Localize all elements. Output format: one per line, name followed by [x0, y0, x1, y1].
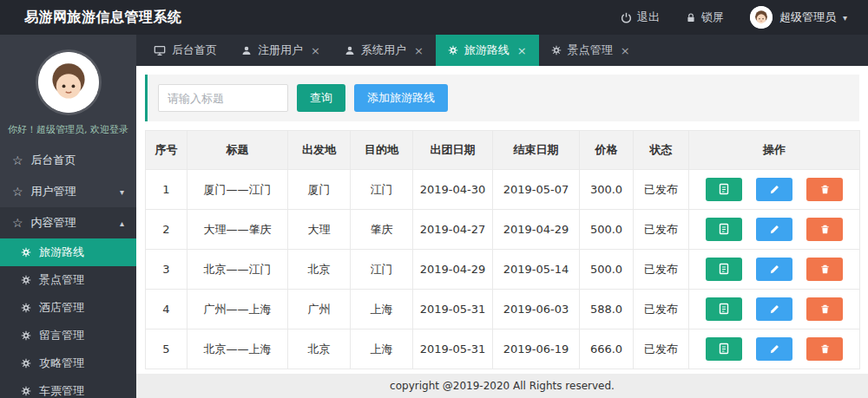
edit-button[interactable] — [756, 258, 792, 281]
delete-button[interactable] — [806, 218, 843, 241]
cell-status: 已发布 — [634, 210, 689, 250]
cell-actions — [689, 170, 860, 210]
sidebar-item-label: 后台首页 — [31, 153, 76, 168]
delete-button[interactable] — [806, 337, 843, 361]
chevron-down-icon: ▾ — [843, 13, 847, 23]
document-icon — [718, 303, 730, 315]
search-toolbar: 查询 添加旅游路线 — [145, 75, 859, 121]
cell-end-date: 2019-05-14 — [493, 250, 580, 290]
edit-button[interactable] — [756, 218, 792, 241]
close-icon[interactable]: × — [621, 44, 630, 57]
cell-from: 北京 — [288, 329, 351, 369]
sidebar-item-hotels[interactable]: 酒店管理 — [0, 294, 136, 322]
sidebar-avatar — [38, 52, 99, 113]
sidebar-item-attractions[interactable]: 景点管理 — [0, 266, 136, 294]
cell-to: 江门 — [351, 170, 413, 210]
edit-button[interactable] — [756, 297, 792, 321]
copyright-text: copyright @2019-2020 All Rights reserved… — [390, 380, 615, 392]
star-icon: ☆ — [12, 216, 23, 230]
cell-end-date: 2019-04-29 — [493, 210, 580, 250]
add-route-button[interactable]: 添加旅游路线 — [354, 84, 448, 112]
document-icon — [718, 343, 730, 355]
gear-icon — [21, 386, 31, 396]
sidebar-item-label: 景点管理 — [39, 272, 84, 288]
cell-from: 大理 — [288, 210, 351, 250]
sidebar-item-messages[interactable]: 留言管理 — [0, 322, 136, 349]
delete-button[interactable] — [806, 297, 843, 321]
user-icon — [345, 45, 355, 56]
cell-actions — [689, 329, 860, 369]
cell-title: 广州——上海 — [187, 290, 288, 329]
pencil-icon — [769, 184, 780, 195]
view-button[interactable] — [706, 337, 742, 361]
table-row: 3 北京——江门 北京 江门 2019-04-29 2019-05-14 500… — [146, 250, 860, 290]
tab-home[interactable]: 后台首页 — [141, 35, 229, 66]
top-actions: 退出 锁屏 超级管理员 ▾ — [621, 6, 847, 29]
cell-to: 肇庆 — [351, 210, 413, 250]
gear-icon — [21, 303, 31, 313]
sidebar-item-guides[interactable]: 攻略管理 — [0, 349, 136, 377]
gear-icon — [21, 358, 31, 369]
pencil-icon — [769, 264, 780, 275]
chevron-down-icon: ▾ — [120, 187, 124, 197]
search-input[interactable] — [158, 84, 288, 112]
cell-price: 500.0 — [580, 250, 634, 290]
sidebar-greeting: 你好！超级管理员, 欢迎登录 — [3, 123, 133, 136]
cell-start-date: 2019-05-31 — [413, 329, 493, 369]
star-icon: ☆ — [12, 185, 23, 199]
sidebar-menu: ☆ 后台首页 ☆ 用户管理 ▾ ☆ 内容管理 ▴ 旅游路线 景点管 — [0, 145, 136, 398]
cell-title: 厦门——江门 — [187, 170, 288, 210]
trash-icon — [819, 343, 831, 355]
close-icon[interactable]: × — [414, 44, 424, 57]
column-header: 标题 — [187, 131, 288, 170]
delete-button[interactable] — [806, 178, 843, 201]
top-bar: 易游网旅游信息管理系统 退出 锁屏 超级管理员 ▾ — [0, 0, 868, 35]
column-header: 价格 — [580, 131, 634, 170]
edit-button[interactable] — [756, 337, 792, 361]
document-icon — [718, 223, 730, 235]
cell-title: 大理——肇庆 — [187, 210, 288, 250]
cell-end-date: 2019-05-07 — [493, 170, 580, 210]
chevron-up-icon: ▴ — [120, 219, 124, 228]
sidebar-item-label: 内容管理 — [31, 215, 76, 231]
close-icon[interactable]: × — [311, 44, 320, 57]
close-icon[interactable]: × — [517, 44, 527, 57]
cell-from: 广州 — [288, 290, 351, 329]
cell-no: 4 — [146, 290, 187, 329]
tab-attractions[interactable]: 景点管理 × — [539, 35, 642, 66]
cell-status: 已发布 — [634, 250, 689, 290]
view-button[interactable] — [706, 218, 742, 241]
column-header: 状态 — [634, 131, 689, 170]
tab-registered-users[interactable]: 注册用户 × — [229, 35, 332, 66]
document-icon — [718, 183, 730, 195]
user-name: 超级管理员 — [779, 10, 836, 25]
sidebar-item-home[interactable]: ☆ 后台首页 — [0, 145, 136, 176]
user-menu[interactable]: 超级管理员 ▾ — [750, 6, 847, 29]
tab-system-users[interactable]: 系统用户 × — [332, 35, 436, 66]
cell-price: 300.0 — [580, 170, 634, 210]
lock-screen-button[interactable]: 锁屏 — [686, 10, 724, 25]
edit-button[interactable] — [756, 178, 792, 201]
tab-label: 景点管理 — [568, 42, 613, 58]
logout-button[interactable]: 退出 — [621, 10, 660, 25]
sidebar-item-routes[interactable]: 旅游路线 — [0, 238, 136, 266]
sidebar-item-content-mgmt[interactable]: ☆ 内容管理 ▴ — [0, 207, 136, 238]
content-area: 查询 添加旅游路线 序号 标题 出发地 目的地 出团日期 结束日期 — [136, 66, 868, 374]
trash-icon — [819, 303, 831, 315]
search-button[interactable]: 查询 — [297, 84, 345, 112]
cell-price: 500.0 — [580, 210, 634, 250]
view-button[interactable] — [706, 297, 742, 321]
sidebar-item-user-mgmt[interactable]: ☆ 用户管理 ▾ — [0, 176, 136, 207]
cell-title: 北京——上海 — [187, 329, 288, 369]
cell-from: 北京 — [288, 250, 351, 290]
delete-button[interactable] — [806, 258, 843, 281]
view-button[interactable] — [706, 178, 742, 201]
tab-bar: 后台首页 注册用户 × 系统用户 × 旅游路线 × 景点管理 × — [136, 35, 868, 66]
view-button[interactable] — [706, 258, 742, 281]
gear-icon — [21, 247, 31, 258]
user-icon — [241, 45, 252, 56]
table-row: 5 北京——上海 北京 上海 2019-05-31 2019-06-19 666… — [146, 329, 860, 369]
tab-routes[interactable]: 旅游路线 × — [436, 35, 539, 66]
sidebar: 你好！超级管理员, 欢迎登录 ☆ 后台首页 ☆ 用户管理 ▾ ☆ 内容管理 ▴ … — [0, 35, 136, 398]
sidebar-item-tickets[interactable]: 车票管理 — [0, 377, 136, 398]
